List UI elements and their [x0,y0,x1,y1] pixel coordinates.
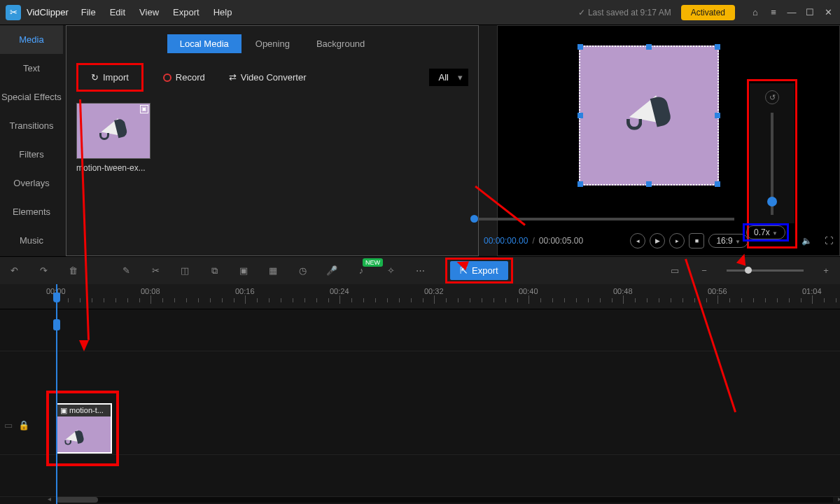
edit-tool-icon[interactable]: ✎ [119,264,133,278]
menu-file[interactable]: File [81,7,96,18]
track-row[interactable]: ▭ 🔒 [0,399,840,455]
clip-label-bar: ▣motion-t... [57,405,111,416]
zoom-in-button[interactable]: + [819,264,833,278]
mosaic-tool-icon[interactable]: ▦ [266,264,280,278]
ruler-label: 00:32 [424,287,444,295]
track-row[interactable] [0,455,840,497]
import-button[interactable]: ↻ Import [87,69,133,85]
resize-handle[interactable] [578,44,583,50]
preview-canvas[interactable] [579,46,719,186]
thumbnail-image: ▣ [76,103,150,159]
main-row: Media Text Special Effects Transitions F… [0,25,840,256]
playhead-handle[interactable] [53,293,60,302]
record-label: Record [176,72,205,83]
sidebar-item-text[interactable]: Text [0,54,63,83]
preview-controls: 00:00:00.00 / 00:00:05.00 ◂ ▶ ▸ ■ 16:9 ▼… [484,233,835,248]
scrollbar-thumb[interactable] [56,497,98,503]
fullscreen-icon[interactable]: ⛶ [822,234,835,247]
split-tool-icon[interactable]: ✂ [148,264,162,278]
pip-tool-icon[interactable]: ▣ [237,264,251,278]
tab-opening[interactable]: Opening [243,34,302,53]
preview-scrubber[interactable] [474,218,734,220]
menu-view[interactable]: View [139,7,159,18]
sidebar-item-transitions[interactable]: Transitions [0,111,63,140]
resize-handle[interactable] [578,113,583,118]
home-icon[interactable]: ⌂ [749,6,762,19]
sidebar-item-elements[interactable]: Elements [0,197,63,226]
redo-button[interactable]: ↷ [36,264,50,278]
filter-dropdown[interactable]: All [429,69,468,86]
export-label: Export [472,265,498,276]
maximize-icon[interactable]: ☐ [804,6,816,19]
menu-export[interactable]: Export [173,7,200,18]
close-icon[interactable]: ✕ [822,6,834,19]
sidebar-item-music[interactable]: Music [0,226,63,255]
refresh-icon: ↻ [91,72,99,83]
zoom-value-dropdown[interactable]: 0.7x ▼ [746,225,785,239]
sidebar: Media Text Special Effects Transitions F… [0,25,63,256]
undo-button[interactable]: ↶ [7,264,21,278]
menu-edit[interactable]: Edit [110,7,125,18]
fit-timeline-icon[interactable]: ▭ [668,264,682,278]
timeline-ruler[interactable]: 00:0000:0800:1600:2400:3200:4000:4800:56… [0,284,840,309]
timeline-horizontal-scrollbar[interactable]: ◂ ▸ [56,497,833,503]
hamburger-icon[interactable]: ≡ [767,6,780,19]
sidebar-item-overlays[interactable]: Overlays [0,169,63,197]
zoom-slider-track[interactable] [771,113,774,215]
tab-local-media[interactable]: Local Media [167,34,241,53]
sidebar-item-special-effects[interactable]: Special Effects [0,83,63,111]
play-button[interactable]: ▶ [650,233,665,248]
titlebar: ✂ VidClipper File Edit View Export Help … [0,0,840,25]
crop-tool-icon[interactable]: ◫ [178,264,192,278]
converter-icon: ⇄ [229,72,237,83]
record-button[interactable]: Record [159,69,209,85]
stop-button[interactable]: ■ [689,233,704,248]
volume-icon[interactable]: 🔈 [800,234,813,247]
effects-tool-icon[interactable]: ✧ [384,264,398,278]
scrubber-knob[interactable] [470,215,478,223]
resize-handle[interactable] [715,44,720,50]
tab-background[interactable]: Background [304,34,377,53]
resize-handle[interactable] [646,181,652,187]
chevron-down-icon: ▼ [772,230,778,237]
resize-handle[interactable] [578,181,583,187]
delete-button[interactable]: 🗑 [66,264,80,278]
video-track-icon[interactable]: ▭ [4,420,13,430]
playhead-line[interactable] [56,284,57,504]
ruler-label: 00:24 [330,287,349,295]
preview-zoom-column: ↺ [750,83,794,223]
playhead-marker[interactable] [53,319,60,330]
timeline-zoom-slider[interactable] [727,270,804,272]
ruler-label: 00:56 [708,287,727,295]
scroll-left-icon[interactable]: ◂ [48,495,51,503]
chevron-down-icon: ▼ [735,239,741,245]
video-converter-button[interactable]: ⇄ Video Converter [225,69,311,85]
activated-badge[interactable]: Activated [681,5,735,20]
timeline-clip[interactable]: ▣motion-t... [56,403,112,454]
zoom-slider-knob[interactable] [767,197,777,206]
check-icon: ✓ [578,8,585,18]
menu-help[interactable]: Help [214,7,232,18]
minimize-icon[interactable]: — [785,6,798,19]
preview-panel: ↺ 00:00:00.00 / 00:00:05.00 ◂ ▶ ▸ ■ 16:9… [497,25,840,256]
sidebar-item-media[interactable]: Media [0,25,63,54]
media-thumbnail[interactable]: ▣ motion-tween-ex... [76,103,150,173]
next-frame-button[interactable]: ▸ [669,233,685,248]
prev-frame-button[interactable]: ◂ [630,233,645,248]
app-logo: ✂ [6,5,21,20]
timeline-tracks: ▭ 🔒 ▣motion-t... ◂ ▸ [0,309,840,504]
copy-tool-icon[interactable]: ⧉ [207,264,221,278]
ruler-label: 00:08 [141,287,160,295]
sidebar-item-filters[interactable]: Filters [0,140,63,169]
resize-handle[interactable] [715,181,720,187]
speed-tool-icon[interactable]: ◷ [295,264,309,278]
zoom-reset-button[interactable]: ↺ [765,90,779,104]
timeline-zoom-knob[interactable] [745,267,752,274]
voice-tool-icon[interactable]: 🎤 [325,264,339,278]
zoom-out-button[interactable]: − [697,264,711,278]
highlight-export: ⇱ Export [445,258,513,284]
resize-handle[interactable] [715,113,720,118]
lock-icon[interactable]: 🔒 [18,420,29,430]
resize-handle[interactable] [646,44,652,50]
more-tool-icon[interactable]: ⋯ [413,264,427,278]
